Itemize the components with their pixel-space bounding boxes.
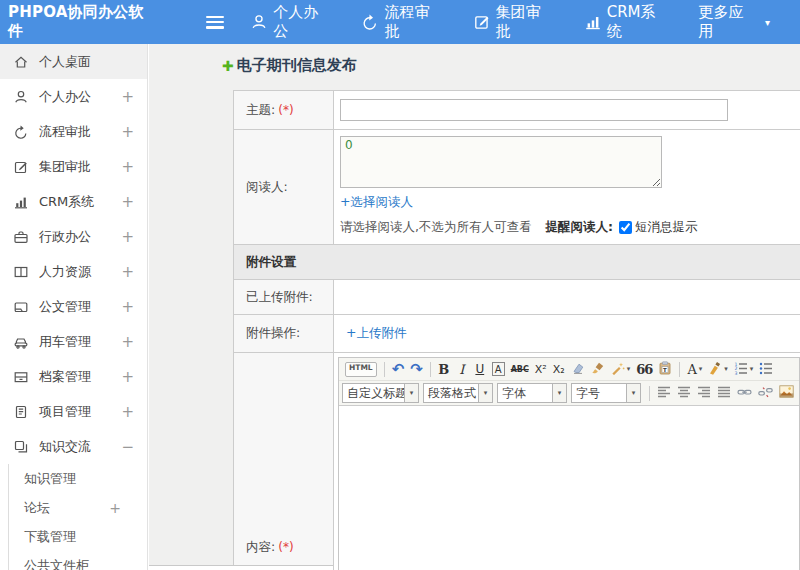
undo-button[interactable]: ↶ bbox=[390, 360, 407, 379]
briefcase-icon bbox=[13, 229, 29, 245]
toolbar-separator bbox=[649, 386, 650, 401]
expand-icon[interactable]: + bbox=[109, 500, 121, 516]
align-right-button[interactable] bbox=[695, 384, 713, 403]
sidebar-item-knowledge-exchange[interactable]: 知识交流− bbox=[0, 429, 147, 464]
format-brush-button[interactable] bbox=[589, 360, 607, 379]
insert-link-button[interactable] bbox=[735, 384, 754, 403]
align-left-button[interactable] bbox=[655, 384, 673, 403]
sidebar-item-label: 个人办公 bbox=[39, 88, 91, 106]
menu-toggle-icon[interactable] bbox=[206, 16, 225, 29]
paste-as-text-button[interactable]: T bbox=[656, 360, 674, 379]
person-icon bbox=[250, 13, 268, 31]
expand-icon[interactable]: + bbox=[121, 263, 134, 281]
strikethrough-button[interactable]: ABC bbox=[509, 360, 531, 379]
expand-icon[interactable]: + bbox=[121, 88, 134, 106]
expand-icon[interactable]: + bbox=[121, 193, 134, 211]
editor-content-area[interactable] bbox=[339, 406, 799, 570]
sidebar-item-personal-office[interactable]: 个人办公+ bbox=[0, 79, 147, 114]
eraser-button[interactable] bbox=[569, 360, 587, 379]
nav-item-label: 流程审批 bbox=[384, 3, 442, 41]
heading-select-value: 自定义标题 bbox=[343, 385, 404, 402]
expand-icon[interactable]: + bbox=[121, 298, 134, 316]
nav-group-approval[interactable]: 集团审批 bbox=[473, 3, 554, 41]
auto-typeset-button[interactable]: ▾ bbox=[609, 360, 633, 379]
font-color-button[interactable]: A▾ bbox=[685, 360, 704, 379]
sidebar-item-vehicle-mgmt[interactable]: 用车管理+ bbox=[0, 324, 147, 359]
unordered-list-icon bbox=[759, 361, 773, 378]
link-icon bbox=[737, 385, 752, 402]
subscript-button[interactable]: X₂ bbox=[551, 360, 567, 379]
expand-icon[interactable]: + bbox=[121, 403, 134, 421]
font-family-select[interactable]: 字体▾ bbox=[497, 383, 567, 403]
sidebar-item-group-approval[interactable]: 集团审批+ bbox=[0, 149, 147, 184]
sidebar-subitem-download-mgmt[interactable]: 下载管理 bbox=[9, 522, 147, 551]
expand-icon[interactable]: + bbox=[121, 123, 134, 141]
subject-input[interactable] bbox=[340, 99, 728, 121]
sidebar-subitem-forum[interactable]: 论坛+ bbox=[9, 493, 147, 522]
sidebar-item-document-mgmt[interactable]: 公文管理+ bbox=[0, 289, 147, 324]
sidebar-item-label: 个人桌面 bbox=[39, 53, 91, 71]
nav-more-apps[interactable]: 更多应用▾ bbox=[699, 3, 770, 41]
sidebar-item-crm-system[interactable]: CRM系统+ bbox=[0, 184, 147, 219]
attachment-actions-label: 附件操作: bbox=[246, 325, 300, 340]
redo-icon: ↷ bbox=[410, 360, 423, 378]
nav-item-label: 更多应用 bbox=[699, 3, 757, 41]
car-icon bbox=[13, 334, 29, 350]
unordered-list-button[interactable] bbox=[757, 360, 775, 379]
bold-button[interactable]: B bbox=[436, 360, 452, 379]
process-icon bbox=[13, 124, 29, 140]
magic-wand-icon bbox=[611, 361, 625, 378]
expand-icon[interactable]: + bbox=[121, 158, 134, 176]
collapse-icon[interactable]: − bbox=[121, 438, 134, 456]
heading-select[interactable]: 自定义标题▾ bbox=[342, 383, 419, 403]
html-source-button[interactable]: HTML bbox=[343, 360, 379, 379]
highlight-color-button[interactable]: ▾ bbox=[706, 360, 730, 379]
readers-textarea[interactable]: 0 bbox=[340, 136, 662, 188]
sidebar-item-label: 知识交流 bbox=[39, 438, 91, 456]
underline-button-label: U bbox=[475, 362, 484, 376]
sidebar-subitem-knowledge-mgmt[interactable]: 知识管理 bbox=[9, 464, 147, 493]
sidebar-item-human-resources[interactable]: 人力资源+ bbox=[0, 254, 147, 289]
insert-image-button[interactable] bbox=[777, 384, 796, 403]
sidebar-item-label: 档案管理 bbox=[39, 368, 91, 386]
svg-text:3: 3 bbox=[734, 370, 737, 374]
insert-media-button[interactable] bbox=[798, 384, 799, 403]
superscript-button[interactable]: X² bbox=[533, 360, 549, 379]
font-style-button[interactable]: A bbox=[490, 360, 507, 379]
nav-personal-office[interactable]: 个人办公 bbox=[250, 3, 331, 41]
nav-crm-system[interactable]: CRM系统 bbox=[584, 3, 669, 41]
expand-icon[interactable]: + bbox=[121, 228, 134, 246]
italic-button[interactable]: I bbox=[454, 360, 470, 379]
edit-icon bbox=[13, 159, 29, 175]
attachment-actions-value-cell: +上传附件 bbox=[334, 315, 800, 353]
subject-label-cell: 主题:(*) bbox=[234, 91, 334, 130]
sidebar-item-admin-office[interactable]: 行政办公+ bbox=[0, 219, 147, 254]
remove-link-button[interactable] bbox=[756, 384, 775, 403]
expand-icon[interactable]: + bbox=[121, 333, 134, 351]
sidebar-subitem-public-cabinet[interactable]: 公共文件柜 bbox=[9, 551, 147, 570]
attachment-actions-label-cell: 附件操作: bbox=[234, 315, 334, 353]
paste-text-icon: T bbox=[658, 361, 672, 378]
sidebar-item-personal-desktop[interactable]: 个人桌面 bbox=[0, 44, 147, 79]
redo-button[interactable]: ↷ bbox=[408, 360, 425, 379]
paragraph-select[interactable]: 段落格式▾ bbox=[423, 383, 493, 403]
nav-process-approval[interactable]: 流程审批 bbox=[361, 3, 442, 41]
chevron-down-icon: ▾ bbox=[552, 384, 566, 402]
ordered-list-button[interactable]: 123▾ bbox=[732, 360, 756, 379]
expand-icon[interactable]: + bbox=[121, 368, 134, 386]
chevron-down-icon: ▾ bbox=[750, 365, 754, 373]
sidebar-item-process-approval[interactable]: 流程审批+ bbox=[0, 114, 147, 149]
subject-row: 主题:(*) bbox=[234, 91, 800, 130]
sidebar-item-project-mgmt[interactable]: 项目管理+ bbox=[0, 394, 147, 429]
underline-button[interactable]: U bbox=[472, 360, 488, 379]
align-center-button[interactable] bbox=[675, 384, 693, 403]
font-size-select[interactable]: 字号▾ bbox=[571, 383, 641, 403]
chevron-down-icon: ▾ bbox=[626, 384, 640, 402]
process-icon bbox=[361, 13, 379, 31]
align-justify-button[interactable] bbox=[715, 384, 733, 403]
sidebar-item-archive-mgmt[interactable]: 档案管理+ bbox=[0, 359, 147, 394]
select-readers-link[interactable]: +选择阅读人 bbox=[340, 194, 413, 209]
upload-attachment-link[interactable]: +上传附件 bbox=[346, 325, 406, 340]
sms-checkbox[interactable] bbox=[619, 221, 632, 234]
blockquote-button[interactable]: 66 bbox=[634, 360, 654, 379]
